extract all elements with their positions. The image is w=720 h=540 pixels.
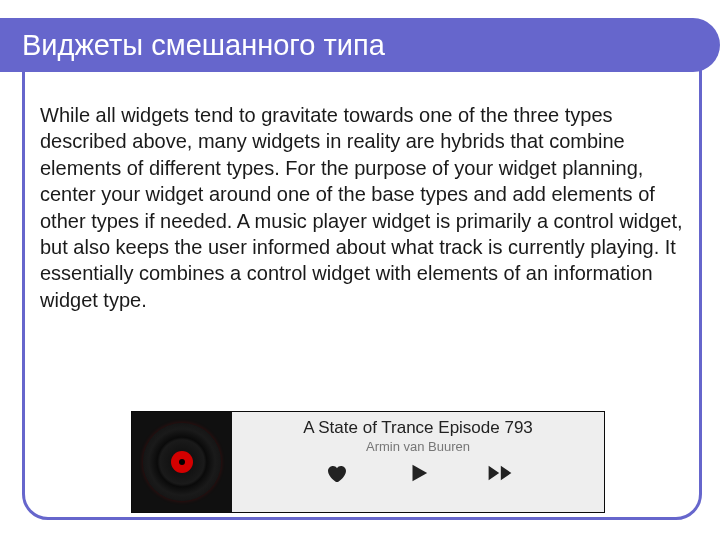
album-art [132,412,232,512]
play-button[interactable] [405,460,431,486]
track-artist: Armin van Buuren [366,439,470,454]
slide-title: Виджеты смешанного типа [22,29,385,62]
vinyl-disc-icon [143,423,221,501]
play-icon [407,462,429,484]
music-player-widget: A State of Trance Episode 793 Armin van … [132,412,604,512]
heart-icon [324,461,348,485]
body-text: While all widgets tend to gravitate towa… [40,102,684,313]
slide-title-bar: Виджеты смешанного типа [0,18,720,72]
fast-forward-button[interactable] [487,460,513,486]
player-controls [323,460,513,486]
player-info-panel: A State of Trance Episode 793 Armin van … [232,412,604,512]
track-title: A State of Trance Episode 793 [303,418,533,438]
fast-forward-icon [487,462,513,484]
favorite-button[interactable] [323,460,349,486]
